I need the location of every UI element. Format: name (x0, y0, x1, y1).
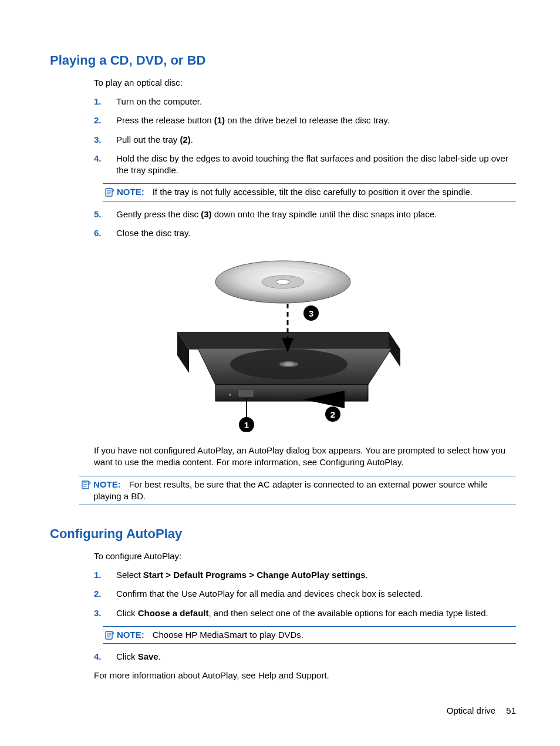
svg-point-10 (229, 394, 231, 396)
list-number: 2. (94, 588, 116, 600)
note-box: NOTE:Choose HP MediaSmart to play DVDs. (103, 626, 516, 644)
list-text: Turn on the computer. (116, 96, 516, 107)
list-text: Close the disc tray. (116, 227, 516, 239)
list-text: Click Save. (116, 651, 516, 663)
section2-heading: Configuring AutoPlay (50, 526, 516, 542)
list-item: 5. Gently press the disc (3) down onto t… (94, 209, 516, 220)
list-text: Hold the disc by the edges to avoid touc… (116, 153, 516, 177)
section1-heading: Playing a CD, DVD, or BD (50, 53, 516, 68)
list-number: 1. (94, 569, 116, 581)
list-number: 5. (94, 209, 116, 220)
list-item: 4. Hold the disc by the edges to avoid t… (94, 153, 516, 177)
list-number: 3. (94, 134, 116, 146)
list-item: 3. Pull out the tray (2). (94, 134, 516, 146)
section2-intro: To configure AutoPlay: (94, 551, 516, 561)
note-box: NOTE:For best results, be sure that the … (79, 476, 516, 506)
footer-section: Optical drive (447, 705, 495, 715)
note-icon (103, 629, 117, 641)
note-icon (79, 479, 93, 503)
section1-intro: To play an optical disc: (94, 78, 516, 88)
note-text: NOTE:Choose HP MediaSmart to play DVDs. (117, 629, 516, 641)
svg-rect-9 (239, 391, 253, 396)
list-number: 4. (94, 651, 116, 663)
svg-text:1: 1 (244, 420, 249, 430)
list-number: 4. (94, 153, 116, 177)
list-number: 3. (94, 607, 116, 619)
list-text: Confirm that the Use AutoPlay for all me… (116, 588, 516, 600)
svg-text:2: 2 (330, 409, 335, 419)
footer-page-number: 51 (506, 705, 516, 715)
note-text: NOTE:For best results, be sure that the … (93, 479, 516, 503)
list-item: 6. Close the disc tray. (94, 227, 516, 239)
list-item: 1. Select Start > Default Programs > Cha… (94, 569, 516, 581)
optical-drive-illustration: 3 2 1 (50, 250, 516, 434)
list-text: Pull out the tray (2). (116, 134, 516, 146)
list-text: Gently press the disc (3) down onto the … (116, 209, 516, 220)
list-item: 3. Click Choose a default, and then sele… (94, 607, 516, 619)
list-number: 1. (94, 96, 116, 107)
section2-list: 1. Select Start > Default Programs > Cha… (94, 569, 516, 619)
list-text: Press the release button (1) on the driv… (116, 115, 516, 126)
svg-point-7 (284, 362, 294, 366)
note-icon (103, 186, 117, 198)
section2-list-cont: 4. Click Save. (94, 651, 516, 663)
list-item: 2. Press the release button (1) on the d… (94, 115, 516, 126)
note-text: NOTE:If the tray is not fully accessible… (117, 186, 516, 198)
svg-text:3: 3 (309, 308, 313, 318)
list-number: 2. (94, 115, 116, 126)
svg-marker-8 (215, 385, 368, 401)
list-text: Click Choose a default, and then select … (116, 607, 516, 619)
section1-list: 1. Turn on the computer. 2. Press the re… (94, 96, 516, 176)
page-footer: Optical drive 51 (447, 705, 516, 715)
list-item: 1. Turn on the computer. (94, 96, 516, 107)
list-number: 6. (94, 227, 116, 239)
list-text: Select Start > Default Programs > Change… (116, 569, 516, 581)
list-item: 2. Confirm that the Use AutoPlay for all… (94, 588, 516, 600)
svg-point-13 (276, 280, 290, 284)
list-item: 4. Click Save. (94, 651, 516, 663)
section1-after-para: If you have not configured AutoPlay, an … (94, 445, 516, 469)
section1-list-cont: 5. Gently press the disc (3) down onto t… (94, 209, 516, 240)
section2-after-para: For more information about AutoPlay, see… (94, 670, 516, 681)
note-box: NOTE:If the tray is not fully accessible… (103, 183, 516, 201)
